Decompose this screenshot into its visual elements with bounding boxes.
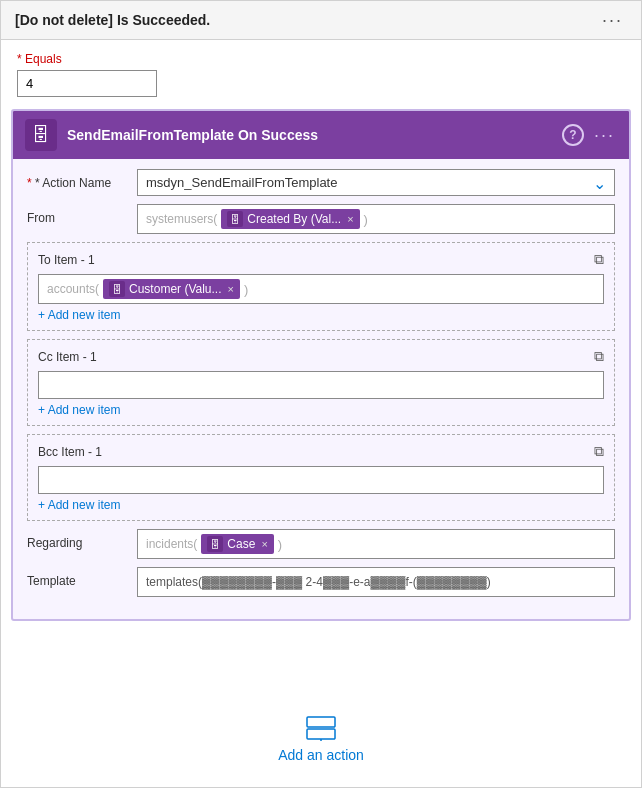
from-tag-label: Created By (Val... — [247, 212, 341, 226]
cc-input[interactable] — [38, 371, 604, 399]
cc-dashed-section: Cc Item - 1 ⧉ + Add new item — [27, 339, 615, 426]
help-button[interactable]: ? — [562, 124, 584, 146]
from-tag-icon: 🗄 — [227, 211, 243, 227]
equals-section: * Equals — [1, 40, 641, 105]
action-name-label: * * Action Name — [27, 169, 137, 190]
regarding-tag-label: Case — [227, 537, 255, 551]
from-prefix: systemusers( — [146, 212, 217, 226]
bottom-section: Add an action — [1, 693, 641, 787]
add-action-button[interactable]: Add an action — [278, 713, 364, 763]
to-tag-icon: 🗄 — [109, 281, 125, 297]
svg-rect-1 — [307, 729, 335, 739]
bcc-label: Bcc Item - 1 — [38, 445, 102, 459]
from-label: From — [27, 204, 137, 225]
to-prefix: accounts( — [47, 282, 99, 296]
regarding-input[interactable]: incidents( 🗄 Case × ) — [137, 529, 615, 559]
action-block-header: 🗄 SendEmailFromTemplate On Success ? ··· — [13, 111, 629, 159]
to-copy-icon[interactable]: ⧉ — [594, 251, 604, 268]
cc-add-new-item-button[interactable]: + Add new item — [38, 399, 120, 417]
add-action-icon — [305, 715, 337, 741]
bcc-copy-icon[interactable]: ⧉ — [594, 443, 604, 460]
cc-section-header: Cc Item - 1 ⧉ — [38, 348, 604, 365]
action-name-value: msdyn_SendEmailFromTemplate ⌄ — [137, 169, 615, 196]
regarding-tag: 🗄 Case × — [201, 534, 273, 554]
template-row: Template templates(▓▓▓▓▓▓▓▓-▓▓▓ 2-4▓▓▓-e… — [27, 567, 615, 597]
cc-label: Cc Item - 1 — [38, 350, 97, 364]
card-title: [Do not delete] Is Succeeded. — [15, 12, 210, 28]
to-dashed-section: To Item - 1 ⧉ accounts( 🗄 Customer (Valu… — [27, 242, 615, 331]
from-tag-close[interactable]: × — [347, 213, 353, 225]
to-section: To Item - 1 ⧉ accounts( 🗄 Customer (Valu… — [27, 242, 615, 331]
database-icon: 🗄 — [32, 125, 50, 146]
from-tag: 🗄 Created By (Val... × — [221, 209, 359, 229]
regarding-value: incidents( 🗄 Case × ) — [137, 529, 615, 559]
action-block-body: * * Action Name msdyn_SendEmailFromTempl… — [13, 159, 629, 619]
bcc-section: Bcc Item - 1 ⧉ + Add new item — [27, 434, 615, 521]
action-name-row: * * Action Name msdyn_SendEmailFromTempl… — [27, 169, 615, 196]
equals-input[interactable] — [17, 70, 157, 97]
template-label: Template — [27, 567, 137, 588]
action-block-controls: ? ··· — [562, 124, 617, 146]
action-block-title: SendEmailFromTemplate On Success — [67, 127, 562, 143]
to-tag-label: Customer (Valu... — [129, 282, 221, 296]
add-action-icon-wrap — [303, 713, 339, 743]
to-add-new-item-button[interactable]: + Add new item — [38, 304, 120, 322]
action-block: 🗄 SendEmailFromTemplate On Success ? ···… — [11, 109, 631, 621]
main-card: [Do not delete] Is Succeeded. ··· * Equa… — [0, 0, 642, 788]
regarding-prefix: incidents( — [146, 537, 197, 551]
cc-section: Cc Item - 1 ⧉ + Add new item — [27, 339, 615, 426]
template-value: templates(▓▓▓▓▓▓▓▓-▓▓▓ 2-4▓▓▓-e-a▓▓▓▓f-(… — [137, 567, 615, 597]
bcc-section-header: Bcc Item - 1 ⧉ — [38, 443, 604, 460]
action-icon: 🗄 — [25, 119, 57, 151]
regarding-tag-icon: 🗄 — [207, 536, 223, 552]
bcc-input[interactable] — [38, 466, 604, 494]
regarding-label: Regarding — [27, 529, 137, 550]
from-input[interactable]: systemusers( 🗄 Created By (Val... × ) — [137, 204, 615, 234]
to-label: To Item - 1 — [38, 253, 95, 267]
action-name-dropdown[interactable]: msdyn_SendEmailFromTemplate ⌄ — [137, 169, 615, 196]
to-section-header: To Item - 1 ⧉ — [38, 251, 604, 268]
to-tag: 🗄 Customer (Valu... × — [103, 279, 240, 299]
to-tag-close[interactable]: × — [228, 283, 234, 295]
chevron-down-icon: ⌄ — [593, 173, 606, 192]
template-input[interactable]: templates(▓▓▓▓▓▓▓▓-▓▓▓ 2-4▓▓▓-e-a▓▓▓▓f-(… — [137, 567, 615, 597]
card-header: [Do not delete] Is Succeeded. ··· — [1, 1, 641, 40]
to-input[interactable]: accounts( 🗄 Customer (Valu... × ) — [38, 274, 604, 304]
action-name-text: msdyn_SendEmailFromTemplate — [146, 175, 584, 190]
action-ellipsis-button[interactable]: ··· — [592, 126, 617, 144]
add-action-label: Add an action — [278, 747, 364, 763]
bcc-dashed-section: Bcc Item - 1 ⧉ + Add new item — [27, 434, 615, 521]
template-text: templates(▓▓▓▓▓▓▓▓-▓▓▓ 2-4▓▓▓-e-a▓▓▓▓f-(… — [146, 575, 491, 589]
bcc-add-new-item-button[interactable]: + Add new item — [38, 494, 120, 512]
svg-rect-0 — [307, 717, 335, 727]
equals-label: * Equals — [17, 52, 625, 66]
regarding-row: Regarding incidents( 🗄 Case × ) — [27, 529, 615, 559]
cc-copy-icon[interactable]: ⧉ — [594, 348, 604, 365]
from-value: systemusers( 🗄 Created By (Val... × ) — [137, 204, 615, 234]
regarding-tag-close[interactable]: × — [261, 538, 267, 550]
header-ellipsis-button[interactable]: ··· — [598, 11, 627, 29]
from-row: From systemusers( 🗄 Created By (Val... ×… — [27, 204, 615, 234]
